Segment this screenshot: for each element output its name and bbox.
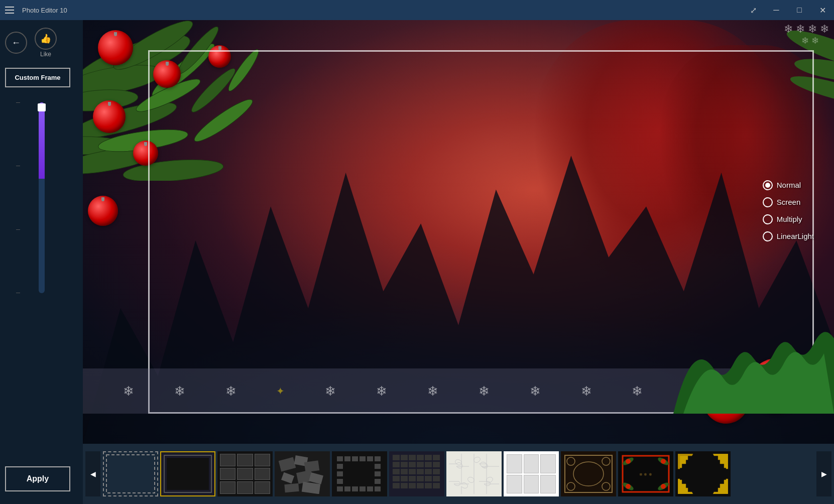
ornament-2: [153, 60, 181, 88]
svg-rect-27: [309, 472, 323, 484]
snowflake-dec: ❄: [123, 384, 134, 399]
apply-button[interactable]: Apply: [5, 466, 70, 491]
maximize-button[interactable]: □: [788, 0, 811, 20]
corner-snowflakes-tr: ❄ ❄ ❄ ❄: [784, 23, 829, 36]
frame-thumb-1[interactable]: [103, 451, 158, 496]
svg-rect-71: [417, 476, 424, 481]
sidebar: ← 👍 Like Custom Frame Apply: [0, 20, 83, 504]
like-button[interactable]: 👍 Like: [35, 28, 57, 58]
frame-thumb-9[interactable]: [561, 451, 616, 496]
back-button[interactable]: ←: [5, 32, 27, 54]
frame-thumb-3[interactable]: [217, 451, 273, 496]
snowflake-dec: ❄: [325, 384, 336, 399]
grass-area-svg: [673, 323, 834, 414]
custom-frame-button[interactable]: Custom Frame: [5, 68, 70, 87]
svg-rect-73: [433, 476, 440, 481]
slider-thumb[interactable]: [38, 103, 46, 111]
like-icon: 👍: [35, 28, 57, 50]
snowflake-dec: ❄: [581, 384, 592, 399]
svg-rect-66: [425, 469, 432, 474]
frame-thumb-8[interactable]: [504, 451, 559, 496]
svg-point-94: [626, 459, 631, 464]
opacity-slider[interactable]: [39, 102, 45, 293]
frame-dotgrid-svg: [392, 454, 442, 494]
menu-icon[interactable]: [5, 4, 17, 16]
close-button[interactable]: ✕: [811, 0, 834, 20]
svg-rect-60: [425, 462, 432, 467]
ornament-1: [98, 30, 133, 65]
blend-option-screen[interactable]: Screen: [763, 197, 814, 207]
svg-rect-59: [417, 462, 424, 467]
svg-text:❄ ❄ ❄: ❄ ❄ ❄: [639, 472, 652, 477]
svg-rect-52: [409, 455, 416, 460]
svg-rect-39: [337, 471, 343, 476]
frames-strip: ◀: [83, 444, 834, 504]
frame-thumb-5[interactable]: [332, 451, 387, 496]
svg-rect-64: [409, 469, 416, 474]
frame-thumb-7[interactable]: [446, 451, 502, 496]
radio-multiply[interactable]: [763, 214, 773, 224]
minimize-button[interactable]: ─: [765, 0, 788, 20]
frame-scatter-svg: [277, 454, 327, 494]
svg-rect-22: [279, 457, 296, 471]
scroll-right-button[interactable]: ▶: [816, 451, 831, 496]
svg-rect-54: [425, 455, 432, 460]
svg-rect-70: [409, 476, 416, 481]
frame-ornate-svg: [563, 454, 614, 494]
svg-rect-28: [284, 483, 299, 492]
star-dec: ✦: [276, 385, 285, 397]
scroll-left-button[interactable]: ◀: [85, 451, 100, 496]
frame-thumb-2-svg: [163, 454, 213, 494]
app-title: Photo Editor 10: [22, 7, 67, 14]
radio-screen[interactable]: [763, 197, 773, 207]
svg-rect-81: [563, 454, 614, 494]
svg-rect-79: [433, 483, 440, 488]
svg-rect-45: [352, 486, 358, 491]
svg-rect-62: [393, 469, 400, 474]
window-controls: ⤢ ─ □ ✕: [742, 0, 834, 20]
svg-rect-53: [417, 455, 424, 460]
svg-point-97: [661, 484, 666, 489]
frames-scroll: ❄ ❄ ❄: [100, 444, 816, 504]
slider-ticks: [16, 102, 20, 293]
christmas-scene: ❄ ❄ ❄ ✦ ❄ ❄ ❄ ❄ ❄ ❄ ❄ ✦ ❄ ❄: [83, 20, 834, 444]
frame-corner-svg: [678, 454, 728, 494]
svg-rect-25: [281, 472, 294, 484]
frame-thumb-10[interactable]: ❄ ❄ ❄: [618, 451, 673, 496]
title-bar: Photo Editor 10 ⤢ ─ □ ✕: [0, 0, 834, 20]
radio-linearlight[interactable]: [763, 231, 773, 241]
frame-thumb-4[interactable]: [275, 451, 330, 496]
scroll-left-icon: ◀: [90, 470, 96, 478]
svg-rect-65: [417, 469, 424, 474]
svg-rect-40: [375, 471, 381, 476]
snowflake-dec: ❄: [632, 384, 643, 399]
app-body: ← 👍 Like Custom Frame Apply: [0, 20, 834, 504]
svg-rect-31: [337, 456, 343, 461]
svg-rect-29: [302, 482, 320, 494]
image-canvas: ❄ ❄ ❄ ✦ ❄ ❄ ❄ ❄ ❄ ❄ ❄ ✦ ❄ ❄: [83, 20, 834, 444]
radio-normal[interactable]: [763, 180, 773, 190]
ornament-5: [88, 196, 118, 226]
snowflake-dec: ❄: [174, 384, 185, 399]
frame-thumb-6[interactable]: [389, 451, 444, 496]
frame-thumb-11[interactable]: [675, 451, 731, 496]
svg-rect-42: [375, 479, 381, 484]
frame-thumb-2[interactable]: [160, 451, 215, 496]
blend-option-multiply[interactable]: Multiply: [763, 214, 814, 224]
blend-option-normal[interactable]: Normal: [763, 180, 814, 190]
svg-rect-67: [433, 469, 440, 474]
ornament-4: [133, 141, 158, 166]
svg-rect-76: [409, 483, 416, 488]
svg-point-95: [661, 459, 666, 464]
corner-snowflakes-tr2: ❄ ❄: [801, 35, 819, 46]
ornament-6: [208, 45, 231, 68]
blend-label-normal: Normal: [777, 181, 801, 189]
opacity-slider-container: [5, 97, 78, 456]
svg-rect-55: [433, 455, 440, 460]
restore-button[interactable]: ⤢: [742, 0, 765, 20]
ornament-3: [93, 100, 126, 133]
svg-rect-47: [367, 486, 373, 491]
snowflake-dec: ❄: [530, 384, 541, 399]
svg-rect-18: [106, 455, 155, 493]
blend-option-linearlight[interactable]: LinearLight: [763, 231, 814, 241]
